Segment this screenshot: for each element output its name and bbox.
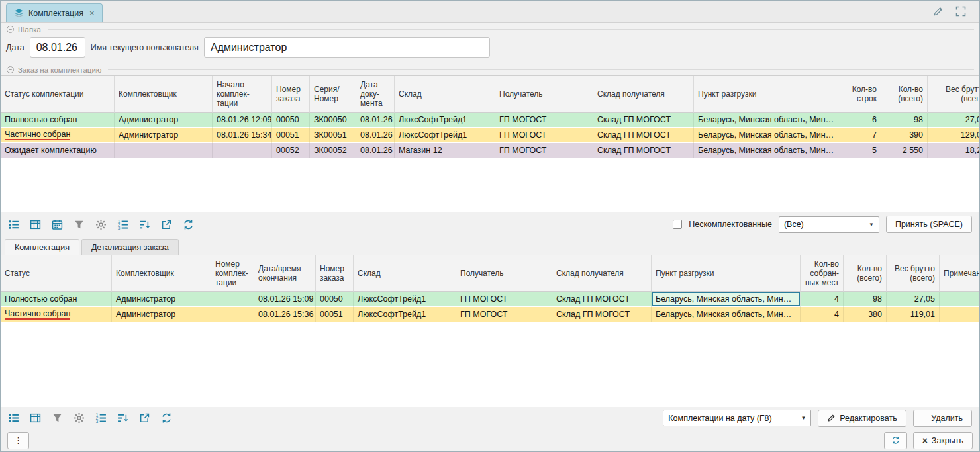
column-header[interactable]: Дата доку- мента: [356, 76, 395, 113]
accept-button[interactable]: Принять (SPACE): [886, 216, 972, 233]
table-cell[interactable]: 08.01.26 15:36: [254, 307, 316, 322]
table-cell[interactable]: ЗК00051: [310, 128, 356, 143]
edit-pencil-icon[interactable]: [933, 6, 944, 17]
export-icon[interactable]: [139, 412, 150, 424]
table-cell[interactable]: 00051: [272, 128, 310, 143]
sort-icon[interactable]: [117, 412, 128, 424]
column-header[interactable]: Дата/время окончания: [254, 255, 316, 292]
tab-close-icon[interactable]: ×: [88, 8, 95, 18]
edit-button[interactable]: Редактировать: [818, 410, 906, 427]
column-header[interactable]: Склад получателя: [593, 76, 694, 113]
filter-icon[interactable]: [74, 219, 85, 230]
table-cell[interactable]: [940, 307, 979, 322]
table-cell[interactable]: Склад ГП МОГОСТ: [593, 143, 694, 158]
table-cell[interactable]: Магазин 12: [395, 143, 495, 158]
table-cell[interactable]: ГП МОГОСТ: [495, 113, 593, 128]
table-cell[interactable]: 119,01: [887, 307, 940, 322]
column-header[interactable]: Начало комплек- тации: [213, 76, 272, 113]
table-cell[interactable]: Ожидает комплектацию: [1, 143, 115, 158]
table-cell[interactable]: 129,01: [928, 128, 979, 143]
table-cell[interactable]: Полностью собран: [1, 113, 115, 128]
table-row[interactable]: Ожидает комплектацию00052ЗК0005208.01.26…: [1, 143, 979, 158]
column-header[interactable]: Номер заказа: [316, 255, 354, 292]
column-header[interactable]: Статус: [1, 255, 112, 292]
table-cell[interactable]: 98: [844, 292, 887, 307]
table-cell[interactable]: 27,05: [928, 113, 979, 128]
table-cell[interactable]: 00052: [272, 143, 310, 158]
column-header[interactable]: Комплектовщик: [112, 255, 211, 292]
tab-komplektacia[interactable]: Комплектация ×: [6, 3, 103, 22]
filter-icon[interactable]: [52, 412, 63, 424]
table-cell[interactable]: ЛюксСофтТрейд1: [354, 292, 456, 307]
table-cell[interactable]: 08.01.26: [356, 128, 395, 143]
table-cell[interactable]: 08.01.26: [356, 143, 395, 158]
more-menu-button[interactable]: ⋮: [7, 432, 29, 449]
table-cell[interactable]: ЗК00052: [310, 143, 356, 158]
sync-icon[interactable]: [161, 412, 172, 424]
table-cell[interactable]: Склад ГП МОГОСТ: [593, 113, 694, 128]
table-cell[interactable]: Склад ГП МОГОСТ: [552, 307, 652, 322]
uncompleted-checkbox-label[interactable]: Нескомплектованные: [689, 220, 772, 229]
list-view-icon[interactable]: [8, 219, 19, 230]
table-cell[interactable]: ЛюксСофтТрейд1: [395, 113, 495, 128]
column-header[interactable]: Получатель: [456, 255, 552, 292]
table-cell[interactable]: 00050: [316, 292, 354, 307]
table-cell[interactable]: Администратор: [112, 292, 211, 307]
table-cell[interactable]: ГП МОГОСТ: [495, 143, 593, 158]
column-header[interactable]: Вес брутто (всего): [928, 76, 979, 113]
table-cell[interactable]: [211, 307, 254, 322]
table-cell[interactable]: [940, 292, 979, 307]
table-cell[interactable]: Частично собран: [1, 128, 115, 143]
numbered-list-icon[interactable]: 123: [95, 412, 107, 424]
table-cell[interactable]: 18,21: [928, 143, 979, 158]
table-cell[interactable]: 08.01.26: [356, 113, 395, 128]
table-cell[interactable]: [115, 143, 213, 158]
table-cell[interactable]: 00051: [316, 307, 354, 322]
table-cell[interactable]: Склад ГП МОГОСТ: [552, 292, 652, 307]
table-cell[interactable]: Администратор: [112, 307, 211, 322]
table-cell[interactable]: Частично собран: [1, 307, 112, 322]
column-header[interactable]: Статус комплектации: [1, 76, 115, 113]
table-cell[interactable]: 08.01.26 15:34: [213, 128, 272, 143]
table-cell[interactable]: ГП МОГОСТ: [456, 307, 552, 322]
column-header[interactable]: Пункт разгрузки: [694, 76, 838, 113]
table-cell[interactable]: Склад ГП МОГОСТ: [593, 128, 694, 143]
column-header[interactable]: Кол-во строк: [838, 76, 881, 113]
detail-tab[interactable]: Детализация заказа: [81, 239, 179, 255]
table-row[interactable]: Частично собранАдминистратор08.01.26 15:…: [1, 307, 979, 322]
table-cell[interactable]: 27,05: [887, 292, 940, 307]
table-cell[interactable]: 4: [801, 292, 844, 307]
date-input[interactable]: 08.01.26: [30, 37, 85, 58]
collapse-icon[interactable]: [6, 66, 15, 74]
table-cell[interactable]: 390: [881, 128, 928, 143]
table-cell[interactable]: Беларусь, Минская область, Мин…: [694, 113, 838, 128]
uncompleted-checkbox[interactable]: [673, 220, 682, 229]
table-row[interactable]: Полностью собранАдминистратор08.01.26 12…: [1, 113, 979, 128]
column-header[interactable]: Вес брутто (всего): [887, 255, 940, 292]
grid-view-icon[interactable]: [30, 412, 41, 424]
column-header[interactable]: Комплектовщик: [115, 76, 213, 113]
column-header[interactable]: Номер комплек- тации: [211, 255, 254, 292]
list-view-icon[interactable]: [8, 412, 19, 424]
mode-select[interactable]: Комплектации на дату (F8) ▼: [663, 410, 811, 426]
table-cell[interactable]: 08.01.26 15:09: [254, 292, 316, 307]
close-button[interactable]: × Закрыть: [913, 432, 973, 449]
table-cell[interactable]: Беларусь, Минская область, Мин…: [652, 292, 801, 307]
column-header[interactable]: Склад получателя: [552, 255, 652, 292]
table-cell[interactable]: 380: [844, 307, 887, 322]
table-cell[interactable]: 4: [801, 307, 844, 322]
table-cell[interactable]: 7: [838, 128, 881, 143]
table-cell[interactable]: 6: [838, 113, 881, 128]
column-header[interactable]: Кол-во (всего): [844, 255, 887, 292]
table-cell[interactable]: Беларусь, Минская область, Мин…: [652, 307, 801, 322]
column-header[interactable]: Номер заказа: [272, 76, 310, 113]
table-cell[interactable]: ЗК00050: [310, 113, 356, 128]
sort-icon[interactable]: [139, 219, 150, 230]
table-cell[interactable]: [211, 292, 254, 307]
table-cell[interactable]: 2 550: [881, 143, 928, 158]
table-cell[interactable]: ГП МОГОСТ: [495, 128, 593, 143]
table-cell[interactable]: 5: [838, 143, 881, 158]
filter-select[interactable]: (Все) ▼: [779, 216, 879, 233]
column-header[interactable]: Склад: [395, 76, 495, 113]
table-cell[interactable]: ЛюксСофтТрейд1: [395, 128, 495, 143]
